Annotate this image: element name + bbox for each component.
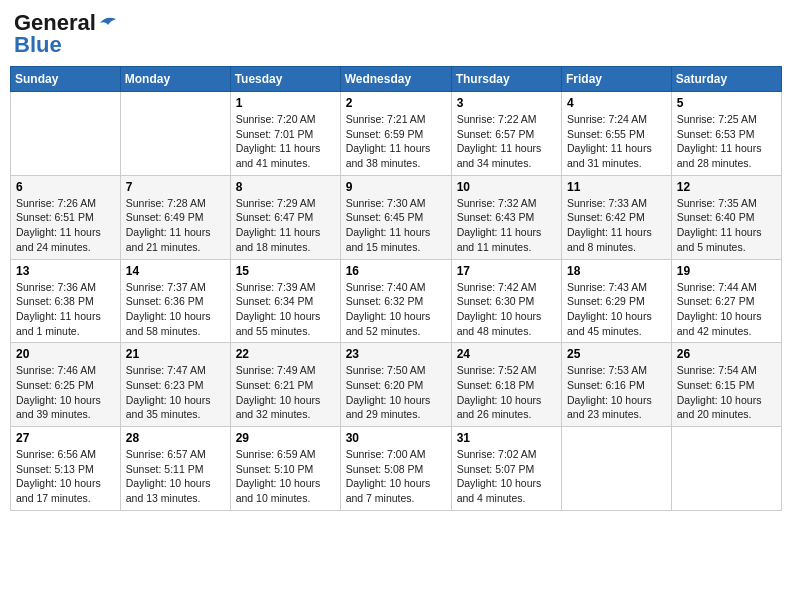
calendar-cell: 9Sunrise: 7:30 AM Sunset: 6:45 PM Daylig…: [340, 175, 451, 259]
calendar-cell: 29Sunrise: 6:59 AM Sunset: 5:10 PM Dayli…: [230, 427, 340, 511]
day-number: 9: [346, 180, 446, 194]
calendar-cell: 18Sunrise: 7:43 AM Sunset: 6:29 PM Dayli…: [562, 259, 672, 343]
day-info: Sunrise: 7:43 AM Sunset: 6:29 PM Dayligh…: [567, 280, 666, 339]
weekday-thursday: Thursday: [451, 67, 561, 92]
day-info: Sunrise: 7:29 AM Sunset: 6:47 PM Dayligh…: [236, 196, 335, 255]
logo: General Blue: [14, 10, 118, 58]
day-info: Sunrise: 7:42 AM Sunset: 6:30 PM Dayligh…: [457, 280, 556, 339]
calendar-cell: [11, 92, 121, 176]
day-info: Sunrise: 7:26 AM Sunset: 6:51 PM Dayligh…: [16, 196, 115, 255]
calendar-week-1: 1Sunrise: 7:20 AM Sunset: 7:01 PM Daylig…: [11, 92, 782, 176]
weekday-tuesday: Tuesday: [230, 67, 340, 92]
calendar-cell: 6Sunrise: 7:26 AM Sunset: 6:51 PM Daylig…: [11, 175, 121, 259]
calendar-week-2: 6Sunrise: 7:26 AM Sunset: 6:51 PM Daylig…: [11, 175, 782, 259]
day-info: Sunrise: 6:57 AM Sunset: 5:11 PM Dayligh…: [126, 447, 225, 506]
calendar-cell: 4Sunrise: 7:24 AM Sunset: 6:55 PM Daylig…: [562, 92, 672, 176]
calendar-cell: 13Sunrise: 7:36 AM Sunset: 6:38 PM Dayli…: [11, 259, 121, 343]
calendar-cell: [671, 427, 781, 511]
weekday-monday: Monday: [120, 67, 230, 92]
day-number: 14: [126, 264, 225, 278]
calendar-cell: 20Sunrise: 7:46 AM Sunset: 6:25 PM Dayli…: [11, 343, 121, 427]
day-number: 31: [457, 431, 556, 445]
day-info: Sunrise: 7:53 AM Sunset: 6:16 PM Dayligh…: [567, 363, 666, 422]
day-number: 7: [126, 180, 225, 194]
day-info: Sunrise: 6:59 AM Sunset: 5:10 PM Dayligh…: [236, 447, 335, 506]
calendar-week-5: 27Sunrise: 6:56 AM Sunset: 5:13 PM Dayli…: [11, 427, 782, 511]
day-number: 21: [126, 347, 225, 361]
calendar-cell: 17Sunrise: 7:42 AM Sunset: 6:30 PM Dayli…: [451, 259, 561, 343]
day-number: 20: [16, 347, 115, 361]
day-info: Sunrise: 7:32 AM Sunset: 6:43 PM Dayligh…: [457, 196, 556, 255]
day-info: Sunrise: 7:50 AM Sunset: 6:20 PM Dayligh…: [346, 363, 446, 422]
calendar-cell: 8Sunrise: 7:29 AM Sunset: 6:47 PM Daylig…: [230, 175, 340, 259]
day-info: Sunrise: 7:44 AM Sunset: 6:27 PM Dayligh…: [677, 280, 776, 339]
calendar-cell: [120, 92, 230, 176]
day-number: 26: [677, 347, 776, 361]
calendar-cell: 10Sunrise: 7:32 AM Sunset: 6:43 PM Dayli…: [451, 175, 561, 259]
calendar-cell: 26Sunrise: 7:54 AM Sunset: 6:15 PM Dayli…: [671, 343, 781, 427]
day-info: Sunrise: 7:40 AM Sunset: 6:32 PM Dayligh…: [346, 280, 446, 339]
calendar-cell: 16Sunrise: 7:40 AM Sunset: 6:32 PM Dayli…: [340, 259, 451, 343]
day-number: 17: [457, 264, 556, 278]
calendar-cell: 5Sunrise: 7:25 AM Sunset: 6:53 PM Daylig…: [671, 92, 781, 176]
day-info: Sunrise: 7:35 AM Sunset: 6:40 PM Dayligh…: [677, 196, 776, 255]
day-info: Sunrise: 7:54 AM Sunset: 6:15 PM Dayligh…: [677, 363, 776, 422]
day-number: 11: [567, 180, 666, 194]
calendar-cell: 19Sunrise: 7:44 AM Sunset: 6:27 PM Dayli…: [671, 259, 781, 343]
day-number: 2: [346, 96, 446, 110]
day-number: 28: [126, 431, 225, 445]
calendar-week-4: 20Sunrise: 7:46 AM Sunset: 6:25 PM Dayli…: [11, 343, 782, 427]
day-number: 4: [567, 96, 666, 110]
logo-bird-icon: [98, 15, 118, 31]
calendar-cell: 12Sunrise: 7:35 AM Sunset: 6:40 PM Dayli…: [671, 175, 781, 259]
weekday-wednesday: Wednesday: [340, 67, 451, 92]
calendar-cell: 28Sunrise: 6:57 AM Sunset: 5:11 PM Dayli…: [120, 427, 230, 511]
day-number: 23: [346, 347, 446, 361]
day-info: Sunrise: 7:37 AM Sunset: 6:36 PM Dayligh…: [126, 280, 225, 339]
day-number: 24: [457, 347, 556, 361]
calendar-cell: 15Sunrise: 7:39 AM Sunset: 6:34 PM Dayli…: [230, 259, 340, 343]
day-info: Sunrise: 7:47 AM Sunset: 6:23 PM Dayligh…: [126, 363, 225, 422]
day-info: Sunrise: 7:21 AM Sunset: 6:59 PM Dayligh…: [346, 112, 446, 171]
day-number: 3: [457, 96, 556, 110]
calendar-table: SundayMondayTuesdayWednesdayThursdayFrid…: [10, 66, 782, 511]
day-info: Sunrise: 7:24 AM Sunset: 6:55 PM Dayligh…: [567, 112, 666, 171]
day-info: Sunrise: 6:56 AM Sunset: 5:13 PM Dayligh…: [16, 447, 115, 506]
weekday-sunday: Sunday: [11, 67, 121, 92]
day-number: 1: [236, 96, 335, 110]
calendar-cell: 3Sunrise: 7:22 AM Sunset: 6:57 PM Daylig…: [451, 92, 561, 176]
day-info: Sunrise: 7:33 AM Sunset: 6:42 PM Dayligh…: [567, 196, 666, 255]
calendar-cell: 25Sunrise: 7:53 AM Sunset: 6:16 PM Dayli…: [562, 343, 672, 427]
day-number: 25: [567, 347, 666, 361]
calendar-cell: 30Sunrise: 7:00 AM Sunset: 5:08 PM Dayli…: [340, 427, 451, 511]
weekday-friday: Friday: [562, 67, 672, 92]
day-number: 27: [16, 431, 115, 445]
day-number: 8: [236, 180, 335, 194]
day-number: 13: [16, 264, 115, 278]
day-number: 19: [677, 264, 776, 278]
page-header: General Blue: [10, 10, 782, 58]
day-number: 15: [236, 264, 335, 278]
day-info: Sunrise: 7:00 AM Sunset: 5:08 PM Dayligh…: [346, 447, 446, 506]
logo-blue: Blue: [14, 32, 62, 58]
day-number: 22: [236, 347, 335, 361]
day-info: Sunrise: 7:39 AM Sunset: 6:34 PM Dayligh…: [236, 280, 335, 339]
day-info: Sunrise: 7:49 AM Sunset: 6:21 PM Dayligh…: [236, 363, 335, 422]
calendar-cell: 14Sunrise: 7:37 AM Sunset: 6:36 PM Dayli…: [120, 259, 230, 343]
calendar-cell: 27Sunrise: 6:56 AM Sunset: 5:13 PM Dayli…: [11, 427, 121, 511]
weekday-header-row: SundayMondayTuesdayWednesdayThursdayFrid…: [11, 67, 782, 92]
calendar-cell: 24Sunrise: 7:52 AM Sunset: 6:18 PM Dayli…: [451, 343, 561, 427]
day-number: 30: [346, 431, 446, 445]
calendar-cell: 31Sunrise: 7:02 AM Sunset: 5:07 PM Dayli…: [451, 427, 561, 511]
day-number: 5: [677, 96, 776, 110]
day-number: 18: [567, 264, 666, 278]
day-number: 12: [677, 180, 776, 194]
calendar-cell: [562, 427, 672, 511]
weekday-saturday: Saturday: [671, 67, 781, 92]
calendar-cell: 2Sunrise: 7:21 AM Sunset: 6:59 PM Daylig…: [340, 92, 451, 176]
day-info: Sunrise: 7:25 AM Sunset: 6:53 PM Dayligh…: [677, 112, 776, 171]
day-info: Sunrise: 7:36 AM Sunset: 6:38 PM Dayligh…: [16, 280, 115, 339]
day-number: 29: [236, 431, 335, 445]
day-number: 10: [457, 180, 556, 194]
day-info: Sunrise: 7:22 AM Sunset: 6:57 PM Dayligh…: [457, 112, 556, 171]
